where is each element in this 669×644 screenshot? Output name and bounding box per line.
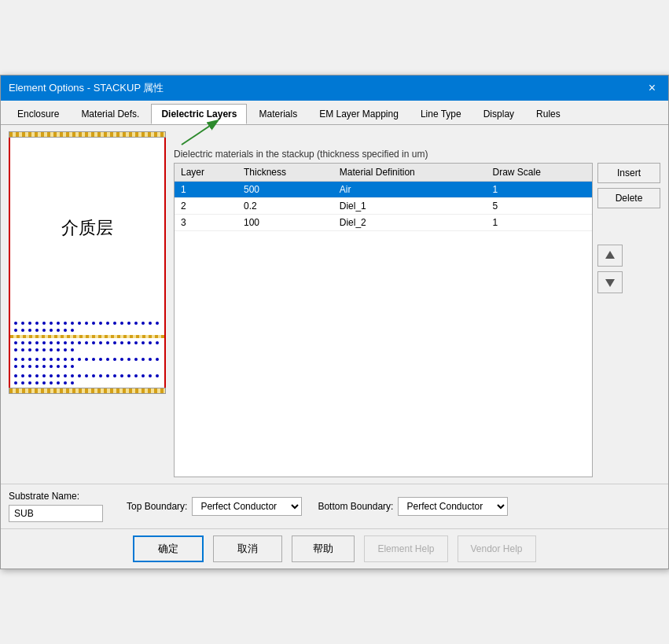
dot xyxy=(156,322,159,325)
cell-thickness-2: 0.2 xyxy=(237,198,333,215)
tab-rules[interactable]: Rules xyxy=(526,104,571,124)
svg-marker-3 xyxy=(605,279,615,287)
dot xyxy=(57,322,60,325)
dot xyxy=(42,374,46,377)
dot xyxy=(85,341,88,344)
cell-drawscale-2: 5 xyxy=(487,198,592,215)
dotted-section-2 xyxy=(9,338,166,388)
dot xyxy=(35,348,39,351)
dot xyxy=(127,374,130,377)
cell-material-3: Diel_2 xyxy=(333,215,487,231)
delete-button[interactable]: Delete xyxy=(597,188,660,208)
dot xyxy=(28,365,31,368)
dot xyxy=(35,358,39,361)
dot xyxy=(142,374,145,377)
dot xyxy=(156,358,159,361)
dot xyxy=(85,358,88,361)
svg-marker-2 xyxy=(605,251,615,259)
ok-button[interactable]: 确定 xyxy=(133,535,204,562)
window-title: Element Options - STACKUP 属性 xyxy=(9,81,164,95)
dot xyxy=(64,365,67,368)
dot xyxy=(50,322,53,325)
tab-material-defs[interactable]: Material Defs. xyxy=(71,104,149,124)
bottom-section: Substrate Name: Top Boundary: Perfect Co… xyxy=(1,484,668,528)
tab-materials[interactable]: Materials xyxy=(248,104,307,124)
dot xyxy=(21,329,24,332)
dot xyxy=(42,365,46,368)
insert-button[interactable]: Insert xyxy=(597,163,660,183)
dot xyxy=(71,329,74,332)
layers-table: Layer Thickness Material Definition Draw… xyxy=(175,164,592,231)
move-down-button[interactable] xyxy=(597,271,623,293)
dot xyxy=(120,374,123,377)
close-button[interactable]: × xyxy=(644,80,660,96)
table-row[interactable]: 1 500 Air 1 xyxy=(175,182,592,198)
dot xyxy=(50,365,53,368)
dot xyxy=(28,341,31,344)
dot xyxy=(134,322,138,325)
tab-em-layer-mapping[interactable]: EM Layer Mapping xyxy=(309,104,409,124)
dot xyxy=(14,348,17,351)
dot xyxy=(106,374,109,377)
dot xyxy=(42,358,46,361)
substrate-name-input[interactable] xyxy=(9,505,103,522)
dot xyxy=(35,381,39,385)
dot xyxy=(50,341,53,344)
main-dialog: Element Options - STACKUP 属性 × Enclosure… xyxy=(0,75,669,569)
dot xyxy=(28,374,31,377)
dot xyxy=(64,348,67,351)
dot xyxy=(14,374,17,377)
col-layer: Layer xyxy=(175,164,237,182)
dot xyxy=(28,381,31,385)
dot xyxy=(64,329,67,332)
dot xyxy=(14,365,17,368)
dot xyxy=(99,341,102,344)
dot xyxy=(142,358,145,361)
dot xyxy=(57,329,60,332)
bottom-boundary-group: Bottom Boundary: Perfect Conductor Open … xyxy=(318,497,508,516)
dot xyxy=(14,358,17,361)
dot xyxy=(149,358,152,361)
dot xyxy=(78,341,81,344)
dot xyxy=(142,341,145,344)
svg-line-0 xyxy=(182,121,217,145)
dot xyxy=(21,381,24,385)
help-button[interactable]: 帮助 xyxy=(292,535,355,562)
bottom-boundary-select[interactable]: Perfect Conductor Open Radiation xyxy=(398,497,508,516)
element-help-button[interactable]: Element Help xyxy=(364,535,447,562)
dot xyxy=(99,322,102,325)
dot xyxy=(57,358,60,361)
dot xyxy=(28,348,31,351)
dot xyxy=(142,322,145,325)
dot xyxy=(106,341,109,344)
dot xyxy=(134,374,138,377)
dot xyxy=(57,365,60,368)
dot xyxy=(149,322,152,325)
cell-layer-1: 1 xyxy=(175,182,237,198)
vendor-help-button[interactable]: Vendor Help xyxy=(458,535,536,562)
bottom-boundary-label: Bottom Boundary: xyxy=(318,501,393,512)
dot xyxy=(78,322,81,325)
dot xyxy=(64,341,67,344)
dot xyxy=(71,348,74,351)
cancel-button[interactable]: 取消 xyxy=(213,535,282,562)
cell-drawscale-1: 1 xyxy=(487,182,592,198)
table-row[interactable]: 2 0.2 Diel_1 5 xyxy=(175,198,592,215)
tab-enclosure[interactable]: Enclosure xyxy=(7,104,69,124)
dot xyxy=(71,365,74,368)
dotted-section-1 xyxy=(9,318,166,335)
top-boundary-label: Top Boundary: xyxy=(127,501,187,512)
dot xyxy=(57,341,60,344)
tab-display[interactable]: Display xyxy=(473,104,524,124)
dot xyxy=(50,381,53,385)
dot xyxy=(127,322,130,325)
cell-drawscale-3: 1 xyxy=(487,215,592,231)
dot xyxy=(35,329,39,332)
dot xyxy=(21,374,24,377)
top-boundary-select[interactable]: Perfect Conductor Open Radiation xyxy=(192,497,302,516)
move-up-button[interactable] xyxy=(597,245,623,267)
table-row[interactable]: 3 100 Diel_2 1 xyxy=(175,215,592,231)
tab-line-type[interactable]: Line Type xyxy=(410,104,472,124)
dot xyxy=(120,322,123,325)
dot xyxy=(120,358,123,361)
